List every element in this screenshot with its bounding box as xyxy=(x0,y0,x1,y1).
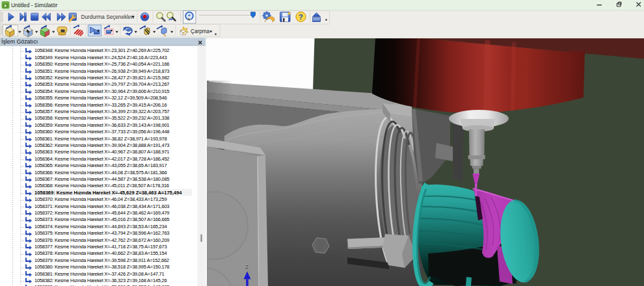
svg-text:1058359: Kesme Hızında Hareket: 1058359: Kesme Hızında Hareket X=-36,633… xyxy=(34,122,169,128)
svg-text:1058375: Kesme Hızında Hareket: 1058375: Kesme Hızında Hareket X=-43,794… xyxy=(34,230,169,236)
svg-text:1058362: Kesme Hızında Hareket: 1058362: Kesme Hızında Hareket X=-39,904… xyxy=(34,142,169,148)
svg-text:Untitled - Simülatör: Untitled - Simülatör xyxy=(11,2,57,8)
svg-text:1058357: Kesme Hızında Hareket: 1058357: Kesme Hızında Hareket X=-34,399… xyxy=(34,109,169,114)
svg-text:1058379: Kesme Hızında Hareket: 1058379: Kesme Hızında Hareket X=-39,598… xyxy=(34,257,169,263)
svg-text:1058364: Kesme Hızında Hareket: 1058364: Kesme Hızında Hareket X=-42,017… xyxy=(34,156,169,162)
svg-text:1058360: Kesme Hızında Hareket: 1058360: Kesme Hızında Hareket X=-37,733… xyxy=(34,129,169,135)
svg-text:1058355: Kesme Hızında Hareket: 1058355: Kesme Hızında Hareket X=-32,12 … xyxy=(34,95,167,101)
svg-text:1058372: Kesme Hızında Hareket: 1058372: Kesme Hızında Hareket X=-45,644… xyxy=(34,210,169,216)
svg-text:1058350: Kesme Hızında Hareket: 1058350: Kesme Hızında Hareket X=-25,736… xyxy=(34,61,169,67)
svg-text:1058371: Kesme Hızında Hareket: 1058371: Kesme Hızında Hareket X=-46,038… xyxy=(34,203,169,209)
svg-text:1058352: Kesme Hızında Hareket: 1058352: Kesme Hızında Hareket X=-28,427… xyxy=(34,75,169,81)
svg-text:1058353: Kesme Hızında Hareket: 1058353: Kesme Hızında Hareket X=-29,797… xyxy=(34,81,169,87)
svg-text:?: ? xyxy=(299,13,303,21)
svg-text:1058368: Kesme Hızında Hareket: 1058368: Kesme Hızında Hareket X=-45,011… xyxy=(34,183,169,188)
svg-text:1058380: Kesme Hızında Hareket: 1058380: Kesme Hızında Hareket X=-38,518… xyxy=(34,264,169,270)
svg-text:İşlem Gözatıcı: İşlem Gözatıcı xyxy=(1,38,38,45)
svg-text:1058373: Kesme Hızında Hareket: 1058373: Kesme Hızında Hareket X=-45,016… xyxy=(34,216,169,222)
svg-text:1058378: Kesme Hızında Hareket: 1058378: Kesme Hızında Hareket X=-40,662… xyxy=(34,250,167,256)
svg-text:1058349: Kesme Hızında Hareket: 1058349: Kesme Hızında Hareket X=-24,524… xyxy=(34,55,167,60)
svg-text:1058365: Kesme Hızında Hareket: 1058365: Kesme Hızında Hareket X=-43,055… xyxy=(34,162,167,168)
svg-text:1058358: Kesme Hızında Hareket: 1058358: Kesme Hızında Hareket X=-35,522… xyxy=(34,115,169,121)
svg-text:1058374: Kesme Hızında Hareket: 1058374: Kesme Hızında Hareket X=-44,693… xyxy=(34,224,167,229)
svg-text:Durdurma Seçenekleri: Durdurma Seçenekleri xyxy=(81,14,135,20)
svg-text:1058377: Kesme Hızında Hareket: 1058377: Kesme Hızında Hareket X=-41,718… xyxy=(34,244,167,250)
svg-text:1058381: Kesme Hızında Hareket: 1058381: Kesme Hızında Hareket X=-37,426… xyxy=(34,271,165,277)
svg-text:1058369: Kesme Hızında Hareket: 1058369: Kesme Hızında Hareket X=-45,629… xyxy=(34,190,182,196)
svg-text:1058382: Kesme Hızında Hareket: 1058382: Kesme Hızında Hareket X=-36,323… xyxy=(34,278,167,283)
svg-text:1058348: Kesme Hızında Hareket: 1058348: Kesme Hızında Hareket X=-23,301… xyxy=(34,47,169,53)
svg-text:1058370: Kesme Hızında Hareket: 1058370: Kesme Hızında Hareket X=-46,04 … xyxy=(34,196,167,202)
svg-text:Z: Z xyxy=(245,264,248,270)
svg-text:1058367: Kesme Hızında Hareket: 1058367: Kesme Hızında Hareket X=-44,587… xyxy=(34,176,169,182)
svg-text:1058363: Kesme Hızında Hareket: 1058363: Kesme Hızında Hareket X=-40,967… xyxy=(34,149,169,155)
svg-text:1058366: Kesme Hızında Hareket: 1058366: Kesme Hızında Hareket X=-44,08 … xyxy=(34,170,167,176)
svg-text:1058376: Kesme Hızında Hareket: 1058376: Kesme Hızında Hareket X=-42,762… xyxy=(34,237,169,243)
svg-text:1058356: Kesme Hızında Hareket: 1058356: Kesme Hızında Hareket X=-33,265… xyxy=(34,102,167,108)
svg-text:1058354: Kesme Hızında Hareket: 1058354: Kesme Hızında Hareket X=-30,964… xyxy=(34,88,169,94)
svg-text:1058361: Kesme Hızında Hareket: 1058361: Kesme Hızında Hareket X=-38,82 … xyxy=(34,136,167,142)
svg-text:1058351: Kesme Hızında Hareket: 1058351: Kesme Hızında Hareket X=-26,938… xyxy=(34,68,169,74)
svg-text:Çarpma: Çarpma xyxy=(191,29,210,34)
